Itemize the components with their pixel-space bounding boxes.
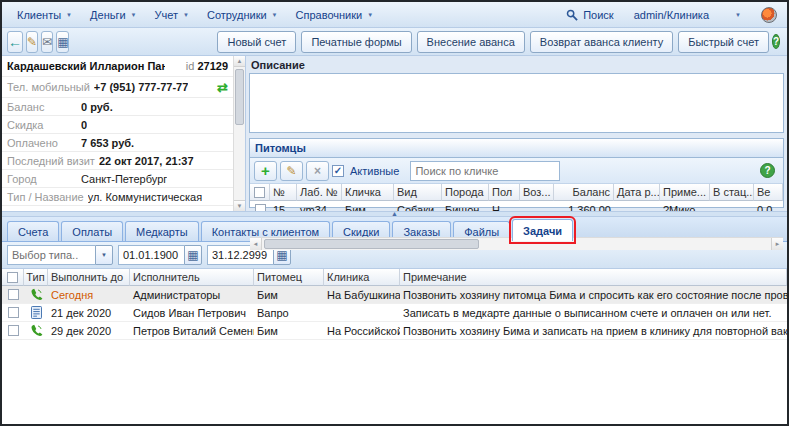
edit-client-button[interactable]: ✎	[26, 31, 38, 53]
quick-invoice-button[interactable]: Быстрый счет	[678, 31, 769, 53]
client-info-panel: Кардашевский Илларион Пант... id 27129 Т…	[2, 56, 246, 211]
client-row-city: Город Санкт-Петербург	[2, 170, 233, 188]
tasks-header-clinic[interactable]: Клиника	[324, 269, 400, 286]
pets-header-age[interactable]: Воз...	[520, 184, 554, 201]
chevron-down-icon: ▼	[101, 252, 107, 258]
tasks-header-due[interactable]: Выполнить до	[48, 269, 130, 286]
combo-dropdown-button[interactable]: ▼	[95, 245, 113, 265]
task-type-combo[interactable]: Выбор типа.. ▼	[7, 245, 113, 265]
checkbox[interactable]	[254, 187, 265, 198]
tab-payments[interactable]: Оплаты	[61, 221, 123, 241]
pets-header-select[interactable]	[250, 184, 270, 201]
user-menu[interactable]: admin/Клиника ▼	[634, 9, 741, 21]
delete-pet-button[interactable]: ×	[306, 161, 329, 181]
date-from-field[interactable]: ▦	[118, 245, 202, 265]
client-row-balance: Баланс 0 руб.	[2, 98, 233, 116]
menu-money[interactable]: Деньги ▼	[81, 2, 145, 27]
menubar-search[interactable]: Поиск	[566, 9, 613, 21]
plus-icon: +	[261, 163, 270, 178]
description-textarea[interactable]	[249, 73, 784, 133]
scroll-right-icon[interactable]: ►	[771, 238, 783, 250]
pets-header-weight[interactable]: Ве	[754, 184, 783, 201]
pets-help-button[interactable]: ?	[760, 163, 775, 178]
pets-grid-header: № Лаб. № Кличка Вид Порода Пол Воз... Ба…	[250, 184, 783, 201]
back-button[interactable]: ←	[7, 31, 23, 53]
edit-pet-button[interactable]: ✎	[280, 161, 303, 181]
app-logo-icon[interactable]	[761, 7, 777, 23]
pets-header-balance[interactable]: Баланс	[554, 184, 614, 201]
tab-tasks[interactable]: Задачи	[512, 219, 573, 241]
date-picker-button[interactable]: ▦	[184, 245, 202, 265]
pet-search-input[interactable]	[410, 161, 560, 181]
pets-header-kind[interactable]: Вид	[394, 184, 442, 201]
checkbox[interactable]	[7, 272, 18, 283]
message-button[interactable]: ✉	[41, 31, 53, 53]
pets-header-sex[interactable]: Пол	[489, 184, 520, 201]
task-pet: Вапро	[254, 304, 324, 321]
calendar-icon: ▦	[276, 248, 287, 262]
tasks-header-executor[interactable]: Исполнитель	[130, 269, 254, 286]
menu-staff[interactable]: Сотрудники ▼	[198, 2, 287, 27]
client-panel-scrollbar[interactable]: ▲ ▼	[233, 56, 245, 211]
scroll-left-icon[interactable]: ◄	[250, 238, 262, 250]
search-icon	[566, 9, 578, 21]
content-area: Кардашевский Илларион Пант... id 27129 Т…	[2, 56, 787, 211]
collapse-handle-icon[interactable]: ▲	[391, 210, 398, 218]
menu-directories[interactable]: Справочники ▼	[287, 2, 383, 27]
checkbox[interactable]	[8, 307, 19, 318]
task-executor: Петров Виталий Семеныч	[130, 322, 254, 339]
client-row-discount: Скидка 0	[2, 116, 233, 134]
panel-splitter[interactable]: ▲	[2, 211, 787, 217]
tab-medcards[interactable]: Медкарты	[125, 221, 199, 241]
scrollbar-thumb[interactable]	[235, 69, 244, 125]
tasks-grid: Тип Выполнить до Исполнитель Питомец Кли…	[2, 269, 787, 424]
checkbox[interactable]	[8, 289, 19, 300]
exchange-arrows-icon[interactable]: ⇄	[217, 81, 228, 94]
description-label: Описание	[249, 58, 784, 73]
tasks-header-note[interactable]: Примечание	[400, 269, 787, 286]
pets-header-name[interactable]: Кличка	[342, 184, 394, 201]
scroll-down-icon[interactable]: ▼	[234, 200, 245, 211]
advance-refund-button[interactable]: Возврат аванса клиенту	[530, 31, 673, 53]
pets-header-breed[interactable]: Порода	[442, 184, 489, 201]
chevron-down-icon: ▼	[367, 12, 373, 18]
pets-header-note[interactable]: Приме...	[660, 184, 710, 201]
new-invoice-button[interactable]: Новый счет	[217, 31, 296, 53]
menu-accounting[interactable]: Учет ▼	[146, 2, 198, 27]
pets-header-num[interactable]: №	[270, 184, 297, 201]
chevron-down-icon: ▼	[735, 12, 741, 18]
tasks-header-select[interactable]	[2, 269, 24, 286]
menu-clients[interactable]: Клиенты ▼	[8, 2, 81, 27]
add-pet-button[interactable]: +	[254, 161, 277, 181]
client-row-street: Тип / Название ул. Коммунистическая	[2, 188, 233, 206]
task-note: Позвонить хозяину Бима и записать на при…	[400, 322, 787, 339]
date-from-input[interactable]	[118, 245, 184, 265]
tasks-header-type[interactable]: Тип	[24, 269, 48, 286]
task-row[interactable]: Сегодня Администраторы Бим На Бабушкина …	[2, 286, 787, 304]
phone-value: +7 (951) 777-77-77	[94, 81, 188, 93]
client-row-paid: Оплачено 7 653 руб.	[2, 134, 233, 152]
checkbox[interactable]	[8, 325, 19, 336]
document-icon	[31, 306, 42, 319]
task-row[interactable]: 21 дек 2020 Сидов Иван Петрович Вапро За…	[2, 304, 787, 322]
close-icon: ×	[314, 164, 321, 178]
tasks-grid-header: Тип Выполнить до Исполнитель Питомец Кли…	[2, 269, 787, 286]
help-button[interactable]: ?	[772, 34, 780, 49]
pets-header-hospital[interactable]: В стац...	[710, 184, 754, 201]
menu-clients-label: Клиенты	[17, 9, 61, 21]
scroll-up-icon[interactable]: ▲	[234, 56, 245, 67]
calendar-button[interactable]: ▦	[56, 31, 69, 53]
advance-deposit-button[interactable]: Внесение аванса	[417, 31, 525, 53]
pets-header-lab[interactable]: Лаб. №	[297, 184, 342, 201]
task-row[interactable]: 29 дек 2020 Петров Виталий Семеныч Бим Н…	[2, 322, 787, 340]
calendar-icon: ▦	[187, 248, 198, 262]
active-pets-checkbox[interactable]: ✓	[332, 165, 344, 177]
tasks-header-pet[interactable]: Питомец	[254, 269, 324, 286]
task-type-value: Выбор типа..	[7, 245, 95, 265]
print-forms-button[interactable]: Печатные формы	[301, 31, 411, 53]
user-label: admin/Клиника	[634, 9, 709, 21]
scrollbar-thumb[interactable]	[264, 239, 479, 249]
pets-header-birth[interactable]: Дата р...	[614, 184, 660, 201]
tab-invoices[interactable]: Счета	[7, 221, 59, 241]
pets-toolbar: + ✎ × ✓ Активные ?	[250, 158, 783, 184]
